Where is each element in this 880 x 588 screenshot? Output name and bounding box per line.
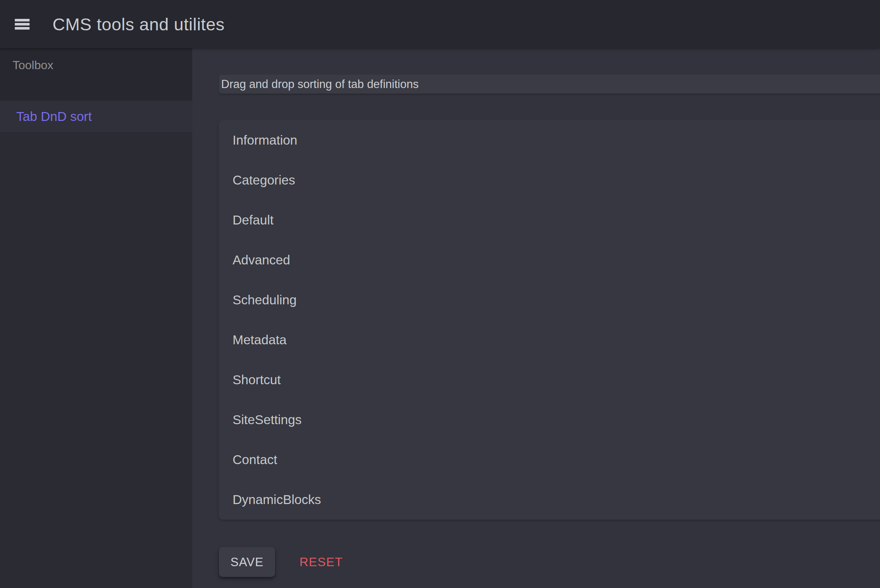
tab-item[interactable]: SiteSettings [219, 400, 880, 440]
tab-item[interactable]: Advanced [219, 240, 880, 280]
sidebar-item-label: Tab DnD sort [16, 109, 92, 124]
tab-sort-list: Information Categories Default Advanced … [219, 120, 880, 520]
save-button[interactable]: SAVE [219, 547, 275, 577]
tab-item[interactable]: Metadata [219, 320, 880, 360]
menu-button[interactable] [15, 19, 30, 30]
panel-title: Drag and drop sorting of tab definitions [219, 75, 880, 93]
sidebar-section-label: Toolbox [13, 58, 53, 72]
sidebar: Toolbox Tab DnD sort [0, 48, 192, 588]
sidebar-section-toolbox: Toolbox [0, 48, 192, 100]
action-bar: SAVE RESET [219, 547, 880, 577]
reset-button[interactable]: RESET [300, 555, 343, 569]
tab-item[interactable]: Information [219, 120, 880, 160]
app-title: CMS tools and utilites [52, 14, 225, 34]
tab-item[interactable]: Contact [219, 440, 880, 480]
main-content: Drag and drop sorting of tab definitions… [192, 48, 880, 588]
tab-item[interactable]: Scheduling [219, 280, 880, 320]
tab-item[interactable]: Shortcut [219, 360, 880, 400]
sidebar-item-tab-dnd-sort[interactable]: Tab DnD sort [0, 100, 192, 132]
tab-item[interactable]: DynamicBlocks [219, 480, 880, 520]
top-app-bar: CMS tools and utilites [0, 0, 880, 48]
tab-item[interactable]: Categories [219, 160, 880, 200]
tab-item[interactable]: Default [219, 200, 880, 240]
